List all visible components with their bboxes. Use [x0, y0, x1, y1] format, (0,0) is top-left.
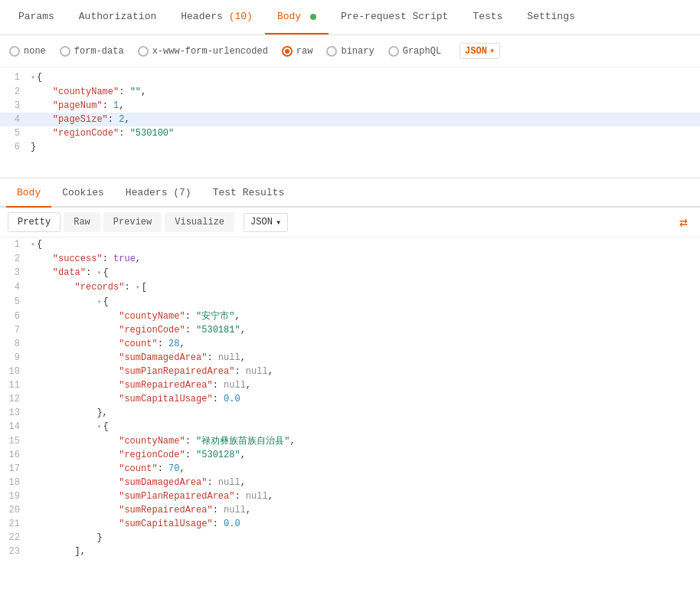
code-line-4: 4 "pageSize": 2, — [0, 113, 700, 126]
option-urlencoded[interactable]: x-www-form-urlencoded — [138, 46, 268, 57]
chevron-down-icon: ▾ — [489, 45, 495, 57]
resp-line-24: 24 "total": 13, — [0, 558, 700, 559]
resp-line-18: 18 "sumDamagedArea": null, — [0, 476, 700, 489]
radio-raw — [282, 46, 293, 57]
response-tab-testresults[interactable]: Test Results — [202, 179, 296, 208]
wrap-lines-icon[interactable]: ⇄ — [675, 212, 692, 232]
response-format-toolbar: Pretty Raw Preview Visualize JSON ▾ ⇄ — [0, 208, 700, 237]
resp-line-21: 21 "sumCapitalUsage": 0.0 — [0, 517, 700, 531]
resp-line-20: 20 "sumRepairedArea": null, — [0, 503, 700, 517]
resp-line-2: 2 "success": true, — [0, 252, 700, 266]
tab-tests[interactable]: Tests — [460, 0, 515, 34]
json-format-label: JSON — [465, 46, 487, 57]
option-raw-label: raw — [296, 46, 313, 57]
code-line-3: 3 "pageNum": 1, — [0, 99, 700, 113]
resp-line-5: 5 ▾{ — [0, 295, 700, 309]
resp-line-17: 17 "count": 70, — [0, 462, 700, 476]
response-json-label: JSON — [250, 217, 273, 227]
option-urlencoded-label: x-www-form-urlencoded — [152, 46, 268, 57]
tab-prerequest[interactable]: Pre-request Script — [329, 0, 460, 34]
top-tab-bar: Params Authorization Headers (10) Body P… — [0, 0, 700, 35]
response-tab-headers[interactable]: Headers (7) — [115, 179, 202, 208]
resp-line-4: 4 "records": ▾[ — [0, 280, 700, 295]
option-none-label: none — [24, 46, 46, 57]
code-line-1: 1 ▾{ — [0, 70, 700, 85]
resp-line-22: 22 } — [0, 531, 700, 545]
resp-line-14: 14 ▾{ — [0, 420, 700, 434]
resp-line-16: 16 "regionCode": "530128", — [0, 448, 700, 462]
option-none[interactable]: none — [9, 46, 46, 57]
option-raw[interactable]: raw — [282, 46, 313, 57]
response-json-dropdown[interactable]: JSON ▾ — [244, 213, 288, 232]
chevron-down-icon: ▾ — [276, 217, 281, 228]
option-form-data[interactable]: form-data — [60, 46, 124, 57]
option-graphql-label: GraphQL — [403, 46, 441, 57]
json-format-dropdown[interactable]: JSON ▾ — [460, 43, 500, 59]
response-tab-bar: Body Cookies Headers (7) Test Results — [0, 178, 700, 208]
resp-line-1: 1 ▾{ — [0, 237, 700, 252]
tab-authorization[interactable]: Authorization — [67, 0, 168, 34]
radio-none — [9, 46, 20, 57]
radio-urlencoded — [138, 46, 149, 57]
code-line-6: 6 } — [0, 140, 700, 154]
radio-graphql — [388, 46, 399, 57]
option-binary-label: binary — [341, 46, 374, 57]
tab-body[interactable]: Body — [265, 0, 329, 34]
request-body-editor[interactable]: 1 ▾{ 2 "countyName": "", 3 "pageNum": 1,… — [0, 67, 700, 178]
format-raw[interactable]: Raw — [64, 212, 100, 232]
code-line-5: 5 "regionCode": "530100" — [0, 126, 700, 140]
format-preview[interactable]: Preview — [103, 212, 162, 232]
radio-form-data — [60, 46, 70, 57]
resp-line-12: 12 "sumCapitalUsage": 0.0 — [0, 392, 700, 406]
resp-line-8: 8 "count": 28, — [0, 337, 700, 351]
resp-line-9: 9 "sumDamagedArea": null, — [0, 351, 700, 365]
format-visualize[interactable]: Visualize — [165, 212, 234, 232]
resp-line-23: 23 ], — [0, 545, 700, 558]
option-graphql[interactable]: GraphQL — [388, 46, 441, 57]
response-tab-cookies[interactable]: Cookies — [51, 179, 115, 208]
code-line-2: 2 "countyName": "", — [0, 85, 700, 99]
resp-line-3: 3 "data": ▾{ — [0, 266, 700, 280]
tab-headers[interactable]: Headers (10) — [168, 0, 265, 34]
resp-line-10: 10 "sumPlanRepairedArea": null, — [0, 365, 700, 378]
tab-params[interactable]: Params — [6, 0, 67, 34]
tab-settings[interactable]: Settings — [515, 0, 587, 34]
body-options-bar: none form-data x-www-form-urlencoded raw… — [0, 35, 700, 67]
response-tab-body[interactable]: Body — [6, 179, 51, 208]
resp-line-19: 19 "sumPlanRepairedArea": null, — [0, 489, 700, 503]
resp-line-13: 13 }, — [0, 406, 700, 420]
resp-line-11: 11 "sumRepairedArea": null, — [0, 378, 700, 392]
option-form-data-label: form-data — [74, 46, 124, 57]
resp-line-15: 15 "countyName": "禄劝彝族苗族自治县", — [0, 434, 700, 448]
response-body-viewer: 1 ▾{ 2 "success": true, 3 "data": ▾{ 4 "… — [0, 237, 700, 559]
option-binary[interactable]: binary — [326, 46, 374, 57]
resp-line-7: 7 "regionCode": "530181", — [0, 323, 700, 337]
radio-binary — [326, 46, 337, 57]
resp-line-6: 6 "countyName": "安宁市", — [0, 309, 700, 323]
format-pretty[interactable]: Pretty — [8, 212, 61, 232]
